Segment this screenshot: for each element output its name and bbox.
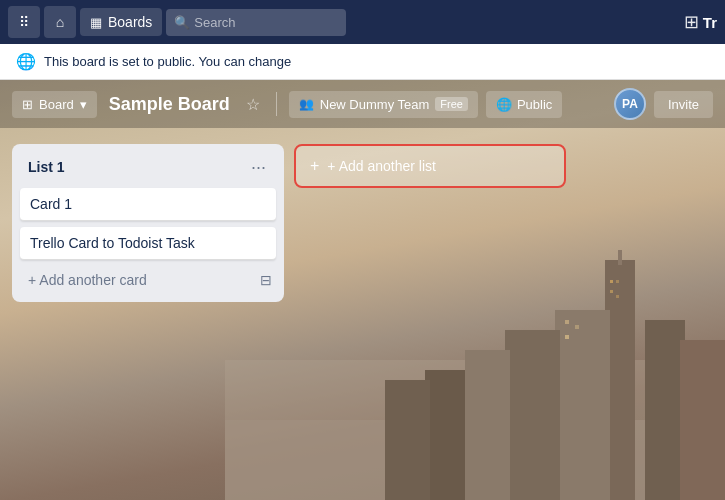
card-2[interactable]: Trello Card to Todoist Task [20,227,276,260]
ellipsis-icon: ··· [251,157,266,177]
globe-icon: 🌐 [496,97,512,112]
invite-label: Invite [668,97,699,112]
chevron-down-icon: ▾ [80,97,87,112]
board-icon: ⊞ [22,97,33,112]
card-2-title: Trello Card to Todoist Task [30,235,195,251]
free-badge: Free [435,97,468,111]
avatar-initials: PA [622,97,638,111]
plus-icon: + [310,157,319,175]
list-1-header: List 1 ··· [20,152,276,182]
template-icon: ⊟ [260,272,272,288]
board-header: ⊞ Board ▾ Sample Board ☆ 👥 New Dummy Tea… [0,80,725,128]
avatar[interactable]: PA [614,88,646,120]
notice-text: This board is set to public. You can cha… [44,54,291,69]
visibility-label: Public [517,97,552,112]
list-1: List 1 ··· Card 1 Trello Card to Todoist… [12,144,284,302]
notice-bar: 🌐 This board is set to public. You can c… [0,44,725,80]
team-icon: 👥 [299,97,314,111]
card-1-title: Card 1 [30,196,72,212]
team-name: New Dummy Team [320,97,430,112]
logo-text: Tr [703,14,717,31]
board-title: Sample Board [105,94,234,115]
list-1-menu-button[interactable]: ··· [245,156,272,178]
add-card-label: + Add another card [28,272,147,288]
add-card-row: + Add another card ⊟ [20,266,276,294]
card-template-button[interactable]: ⊟ [256,268,276,292]
star-button[interactable]: ☆ [242,91,264,118]
add-list-label: + Add another list [327,158,436,174]
apps-button[interactable]: ⠿ [8,6,40,38]
top-navigation: ⠿ ⌂ ▦ Boards 🔍 ⊞ Tr [0,0,725,44]
home-button[interactable]: ⌂ [44,6,76,38]
trello-logo: ⊞ Tr [684,11,717,33]
add-list-button[interactable]: + + Add another list [294,144,566,188]
boards-label: Boards [108,14,152,30]
boards-icon: ▦ [90,15,102,30]
visibility-button[interactable]: 🌐 Public [486,91,562,118]
card-1[interactable]: Card 1 [20,188,276,221]
invite-button[interactable]: Invite [654,91,713,118]
search-input[interactable] [166,9,346,36]
search-wrapper: 🔍 [166,9,346,36]
board-view-button[interactable]: ⊞ Board ▾ [12,91,97,118]
home-icon: ⌂ [56,14,64,30]
boards-button[interactable]: ▦ Boards [80,8,162,36]
globe-icon: 🌐 [16,52,36,71]
add-card-button[interactable]: + Add another card [20,266,256,294]
team-button[interactable]: 👥 New Dummy Team Free [289,91,478,118]
board-label: Board [39,97,74,112]
header-divider [276,92,277,116]
grid-icon: ⠿ [19,14,29,30]
list-1-title: List 1 [28,159,65,175]
nav-right: ⊞ Tr [684,11,717,33]
star-icon: ☆ [246,96,260,113]
board-content: List 1 ··· Card 1 Trello Card to Todoist… [0,128,725,498]
